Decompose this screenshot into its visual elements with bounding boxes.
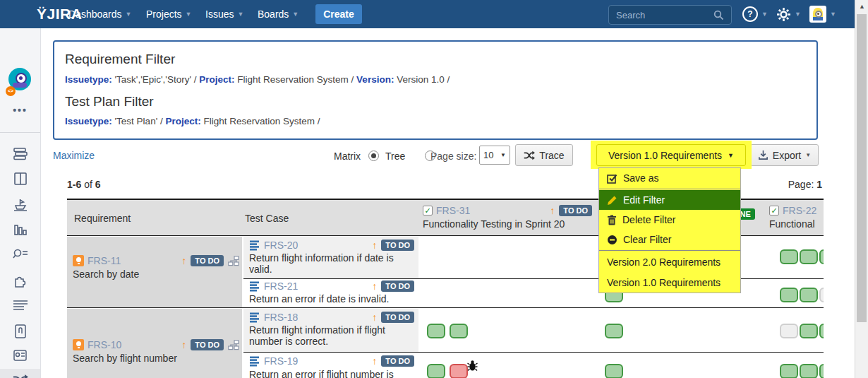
- trace-cell-pass[interactable]: [800, 364, 818, 378]
- story-icon: [73, 255, 84, 266]
- nav-issues[interactable]: Issues▼: [205, 0, 243, 28]
- issue-key-link[interactable]: FRS-11: [88, 255, 121, 266]
- saved-filter-menu: Save as Edit Filter Delete Filter Clear …: [598, 167, 741, 293]
- result-of: of: [84, 179, 92, 190]
- col-header-frs31: ✓ FRS-31 ↑ TO DO Functionality Testing i…: [423, 205, 592, 230]
- version-label: Version:: [356, 74, 394, 85]
- issue-key-link[interactable]: FRS-20: [264, 240, 298, 251]
- page-size-value: 10: [483, 150, 493, 160]
- menu-item-version-2[interactable]: Version 2.0 Requirements: [599, 252, 740, 272]
- trace-cell-none[interactable]: [780, 324, 798, 338]
- search-icon[interactable]: [713, 10, 724, 20]
- trace-cell-pass[interactable]: [605, 324, 623, 338]
- project-label: Project:: [165, 116, 200, 126]
- menu-item-delete-filter[interactable]: Delete Filter: [599, 210, 740, 230]
- priority-up-icon: ↑: [372, 312, 377, 322]
- trace-cell-pass[interactable]: [605, 364, 623, 378]
- project-label: Project:: [199, 74, 234, 85]
- status-badge: TO DO: [381, 312, 414, 323]
- pencil-icon: [607, 195, 617, 206]
- trace-cell-pass[interactable]: [427, 324, 445, 338]
- trace-cell-none[interactable]: [819, 288, 824, 302]
- trace-cell-pass[interactable]: [800, 324, 818, 338]
- sidebar-item-issues[interactable]: [0, 248, 40, 261]
- status-badge: TO DO: [381, 355, 414, 367]
- scrollbar-up-arrow[interactable]: ▲: [855, 3, 868, 10]
- sidebar-item-pages[interactable]: [0, 324, 40, 339]
- status-badge: TO DO: [559, 205, 592, 216]
- trace-cell-pass[interactable]: [819, 364, 824, 378]
- sidebar-more-icon[interactable]: •••: [0, 105, 40, 116]
- project-type-badge: <>: [6, 86, 16, 96]
- trace-button[interactable]: Trace: [515, 144, 573, 166]
- menu-item-label: Version 1.0 Requirements: [607, 277, 721, 288]
- test-case-summary: Return an error if date is invalid.: [249, 293, 414, 305]
- sidebar-item-traceability[interactable]: [0, 374, 40, 378]
- chevron-down-icon: ▼: [292, 11, 299, 18]
- issue-key-link[interactable]: FRS-18: [264, 312, 298, 323]
- scrollbar-thumb[interactable]: [857, 14, 867, 322]
- maximize-link[interactable]: Maximize: [53, 150, 95, 161]
- issue-key-link[interactable]: FRS-31: [436, 205, 470, 216]
- sidebar-item-board[interactable]: [0, 172, 40, 186]
- issue-key-link[interactable]: FRS-21: [264, 280, 298, 292]
- chevron-down-icon: ▼: [126, 11, 132, 18]
- issuetype-value: 'Task','Epic','Story' /: [112, 74, 200, 85]
- issue-key-link[interactable]: FRS-10: [88, 339, 121, 350]
- trace-cell-pass[interactable]: [800, 249, 818, 264]
- settings-menu[interactable]: ▼: [776, 0, 801, 28]
- trace-cell-pass[interactable]: [780, 364, 798, 378]
- help-menu[interactable]: ?▼: [742, 0, 768, 28]
- trace-cell-pass[interactable]: [800, 288, 818, 302]
- search-input[interactable]: [615, 7, 713, 23]
- hierarchy-icon[interactable]: [228, 256, 239, 266]
- nav-projects[interactable]: Projects▼: [146, 0, 192, 28]
- trace-cell-pass[interactable]: [819, 324, 824, 338]
- sidebar-divider: [0, 132, 40, 133]
- page-size-select[interactable]: 10 ▼: [479, 146, 510, 165]
- save-as-icon: [607, 173, 617, 184]
- test-plan-icon: ✓: [423, 206, 433, 215]
- test-case-summary: Return an error if flight number is: [249, 369, 414, 378]
- trace-cell-pass[interactable]: [819, 249, 824, 264]
- issue-key-link[interactable]: FRS-22: [783, 205, 816, 216]
- trace-cell-pass[interactable]: [780, 288, 798, 302]
- page-number: 1: [816, 179, 822, 190]
- user-menu[interactable]: ▼: [809, 0, 836, 28]
- menu-item-save-as[interactable]: Save as: [599, 168, 740, 188]
- magnifier-list-icon: [13, 248, 28, 261]
- nav-boards[interactable]: Boards▼: [258, 0, 299, 28]
- status-badge: TO DO: [191, 339, 224, 350]
- trace-cell-pass[interactable]: [427, 364, 445, 378]
- test-plan-filter-title: Test Plan Filter: [65, 94, 154, 110]
- menu-item-version-1[interactable]: Version 1.0 Requirements: [599, 272, 740, 293]
- trace-cell-pass[interactable]: [780, 249, 798, 264]
- issue-key-link[interactable]: FRS-19: [264, 355, 298, 367]
- sidebar-item-reports[interactable]: [0, 223, 40, 237]
- create-button[interactable]: Create: [315, 4, 362, 24]
- sidebar-item-releases[interactable]: [0, 197, 40, 211]
- nav-boards-label: Boards: [258, 8, 289, 20]
- priority-up-icon: ↑: [181, 340, 186, 350]
- sidebar-item-summary[interactable]: [0, 300, 40, 311]
- sidebar-item-addons[interactable]: [0, 273, 40, 288]
- page-size-label: Page size:: [430, 150, 476, 162]
- lines-icon: [13, 300, 28, 311]
- nav-dashboards[interactable]: Dashboards▼: [68, 0, 131, 28]
- trace-button-label: Trace: [539, 150, 564, 161]
- requirement-frs10: FRS-10 ↑ TO DO Search by flight number: [73, 339, 239, 364]
- requirement-summary: Search by flight number: [73, 353, 239, 364]
- vertical-scrollbar[interactable]: ▲: [855, 0, 868, 378]
- export-button[interactable]: Export ▼: [750, 144, 819, 166]
- bug-icon[interactable]: [467, 360, 478, 372]
- menu-item-edit-filter[interactable]: Edit Filter: [599, 190, 740, 210]
- sidebar-item-backlog[interactable]: [0, 147, 40, 161]
- saved-filter-dropdown-button[interactable]: Version 1.0 Requirements ▼: [596, 144, 746, 166]
- trace-cell-fail[interactable]: [450, 364, 468, 378]
- test-case-frs21: FRS-21 ↑ TO DO Return an error if date i…: [249, 280, 414, 305]
- menu-item-clear-filter[interactable]: Clear Filter: [599, 230, 740, 249]
- hierarchy-icon[interactable]: [228, 340, 239, 350]
- trace-cell-pass[interactable]: [450, 324, 468, 338]
- sidebar-item-project-card[interactable]: [0, 349, 40, 362]
- matrix-radio[interactable]: [368, 150, 379, 161]
